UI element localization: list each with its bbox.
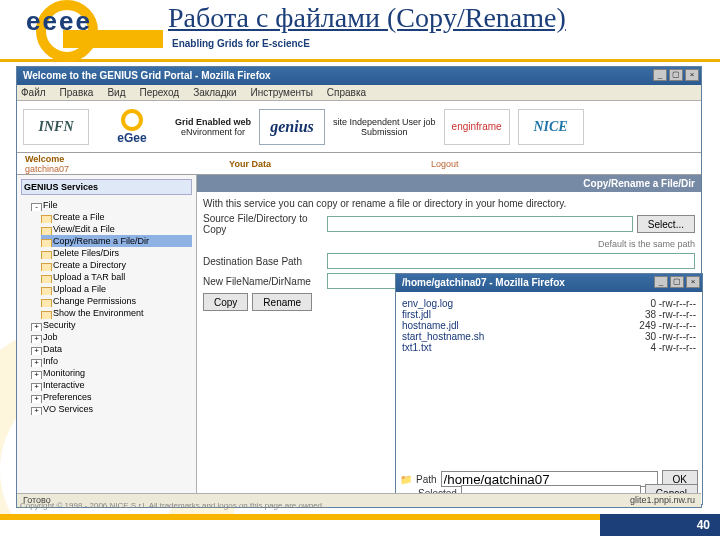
file-meta: 38 -rw-r--r--	[639, 309, 696, 320]
copyright-text: Copyright © 1998 - 2006 NICE S.r.l. All …	[20, 501, 329, 510]
tree-item-create-file[interactable]: Create a File	[41, 211, 192, 223]
tree-node-data[interactable]: Data	[31, 343, 192, 355]
acronym-left: Grid Enabled webeNvironment for	[175, 117, 251, 137]
tree-item-copy-rename[interactable]: Copy/Rename a File/Dir	[41, 235, 192, 247]
status-right: glite1.pnpi.nw.ru	[630, 495, 695, 506]
window-controls: _ ▢ ×	[653, 69, 699, 81]
maximize-button[interactable]: ▢	[669, 69, 683, 81]
menu-go[interactable]: Переход	[139, 87, 179, 98]
src-input[interactable]	[327, 216, 633, 232]
slide-footer: 40	[0, 514, 720, 540]
menu-edit[interactable]: Правка	[60, 87, 94, 98]
welcome-bar: Welcomegatchina07 Your Data Logout	[17, 153, 701, 175]
tree-node-prefs[interactable]: Preferences	[31, 391, 192, 403]
rename-button[interactable]: Rename	[252, 293, 312, 311]
your-data-link[interactable]: Your Data	[229, 159, 271, 169]
select-button[interactable]: Select...	[637, 215, 695, 233]
tree-item-upload-tar[interactable]: Upload a TAR ball	[41, 271, 192, 283]
menu-tools[interactable]: Инструменты	[250, 87, 312, 98]
infn-logo: INFN	[23, 109, 89, 145]
egee-logo: eeee	[8, 2, 158, 57]
nice-logo: NICE	[518, 109, 584, 145]
file-item[interactable]: txt1.txt	[402, 342, 484, 353]
file-item[interactable]: hostname.jdl	[402, 320, 484, 331]
tree-item-perms[interactable]: Change Permissions	[41, 295, 192, 307]
slide-header: eeee Работа с файлами (Copy/Rename) Enab…	[0, 0, 720, 62]
file-meta: 0 -rw-r--r--	[639, 298, 696, 309]
slide-tagline: Enabling Grids for E-sciencE	[172, 38, 310, 49]
content-panel: Copy/Rename a File/Dir With this service…	[197, 175, 701, 493]
portal-main: GENIUS Services File Create a File View/…	[17, 175, 701, 493]
services-title: GENIUS Services	[21, 179, 192, 195]
tree-node-security[interactable]: Security	[31, 319, 192, 331]
tree-item-create-dir[interactable]: Create a Directory	[41, 259, 192, 271]
tree-item-view-edit[interactable]: View/Edit a File	[41, 223, 192, 235]
tree-item-upload-file[interactable]: Upload a File	[41, 283, 192, 295]
hint-text: Default is the same path	[598, 239, 695, 249]
tree-item-env[interactable]: Show the Environment	[41, 307, 192, 319]
welcome-text: Welcomegatchina07	[25, 154, 69, 174]
dest-input[interactable]	[327, 253, 695, 269]
tree-node-file[interactable]: File	[31, 199, 192, 211]
tree-node-monitoring[interactable]: Monitoring	[31, 367, 192, 379]
popup-close-button[interactable]: ×	[686, 276, 700, 288]
menu-file[interactable]: Файл	[21, 87, 46, 98]
close-button[interactable]: ×	[685, 69, 699, 81]
enginframe-logo: enginframe	[444, 109, 510, 145]
browser-window: Welcome to the GENIUS Grid Portal - Mozi…	[16, 66, 702, 508]
tree-node-info[interactable]: Info	[31, 355, 192, 367]
panel-intro: With this service you can copy or rename…	[203, 198, 695, 209]
file-item[interactable]: start_hostname.sh	[402, 331, 484, 342]
genius-logo: genius	[259, 109, 325, 145]
tree-item-delete[interactable]: Delete Files/Dirs	[41, 247, 192, 259]
file-browser-popup: /home/gatchina07 - Mozilla Firefox _ ▢ ×…	[395, 273, 703, 505]
popup-titlebar[interactable]: /home/gatchina07 - Mozilla Firefox _ ▢ ×	[396, 274, 702, 292]
tree-node-job[interactable]: Job	[31, 331, 192, 343]
logout-link[interactable]: Logout	[431, 159, 459, 169]
page-number: 40	[600, 514, 720, 536]
panel-heading: Copy/Rename a File/Dir	[197, 175, 701, 192]
dir-listing[interactable]: env_log.log first.jdl hostname.jdl start…	[396, 292, 702, 442]
file-meta: 249 -rw-r--r--	[639, 320, 696, 331]
tree-node-vo[interactable]: VO Services	[31, 403, 192, 415]
minimize-button[interactable]: _	[653, 69, 667, 81]
file-meta: 30 -rw-r--r--	[639, 331, 696, 342]
nav-tree: File Create a File View/Edit a File Copy…	[21, 199, 192, 415]
sidebar: GENIUS Services File Create a File View/…	[17, 175, 197, 493]
acronym-right: site Independent User jobSubmission	[333, 117, 436, 137]
browser-menubar: Файл Правка Вид Переход Закладки Инструм…	[17, 85, 701, 101]
menu-help[interactable]: Справка	[327, 87, 366, 98]
tree-node-interactive[interactable]: Interactive	[31, 379, 192, 391]
dest-label: Destination Base Path	[203, 256, 323, 267]
menu-bookmarks[interactable]: Закладки	[193, 87, 236, 98]
slide-title: Работа с файлами (Copy/Rename)	[168, 2, 566, 34]
newname-label: New FileName/DirName	[203, 276, 323, 287]
file-item[interactable]: env_log.log	[402, 298, 484, 309]
menu-view[interactable]: Вид	[107, 87, 125, 98]
portal-banner: INFN eGee Grid Enabled webeNvironment fo…	[17, 101, 701, 153]
browser-title: Welcome to the GENIUS Grid Portal - Mozi…	[23, 70, 271, 81]
egee-small-logo: eGee	[97, 107, 167, 147]
browser-titlebar[interactable]: Welcome to the GENIUS Grid Portal - Mozi…	[17, 67, 701, 85]
popup-max-button[interactable]: ▢	[670, 276, 684, 288]
copy-button[interactable]: Copy	[203, 293, 248, 311]
popup-min-button[interactable]: _	[654, 276, 668, 288]
src-label: Source File/Directory to Copy	[203, 213, 323, 235]
popup-title: /home/gatchina07 - Mozilla Firefox	[402, 277, 565, 288]
file-meta: 4 -rw-r--r--	[639, 342, 696, 353]
file-item[interactable]: first.jdl	[402, 309, 484, 320]
